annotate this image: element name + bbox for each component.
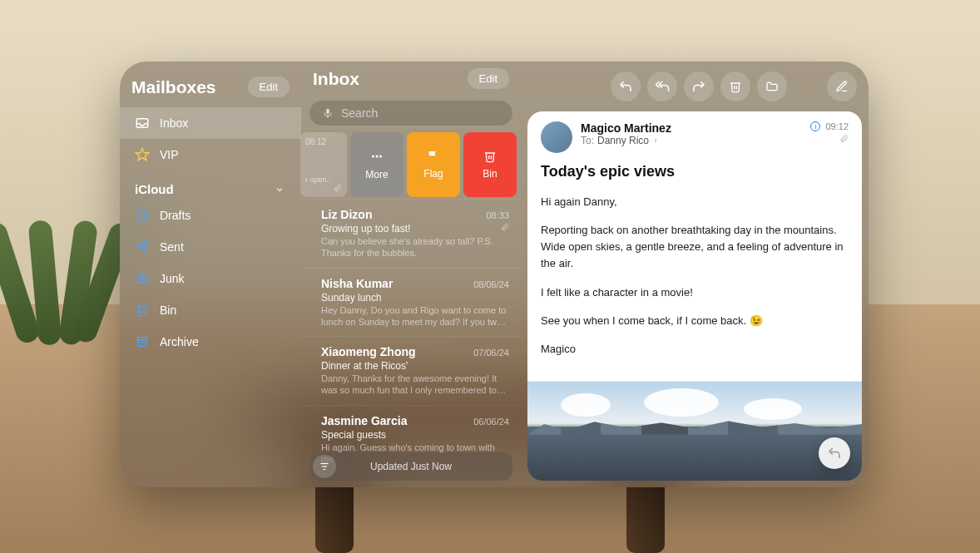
reader-column: Magico Martinez To: Danny Rico i 09:12 — [521, 62, 869, 487]
paperclip-icon — [334, 184, 342, 192]
swiped-message-peek[interactable]: 08:12 r open.. — [300, 132, 347, 197]
swipe-flag-button[interactable]: Flag — [407, 132, 460, 197]
paperclip-icon — [501, 223, 509, 231]
message-subject: Dinner at the Ricos' — [321, 360, 509, 372]
body-paragraph: I felt like a character in a movie! — [541, 284, 849, 301]
compose-button[interactable] — [827, 72, 857, 101]
plane-icon — [135, 239, 150, 254]
trash-button[interactable] — [720, 72, 750, 101]
sidebar-item-label: Sent — [160, 240, 184, 254]
svg-rect-5 — [326, 109, 329, 114]
swiped-message-row: 08:12 r open.. More Flag Bin — [300, 131, 521, 199]
sidebar-section-icloud: iCloud — [135, 182, 174, 196]
sidebar-item-drafts[interactable]: Drafts — [120, 200, 301, 231]
body-paragraph: Reporting back on another breathtaking d… — [541, 222, 849, 272]
reader-pane: Magico Martinez To: Danny Rico i 09:12 — [527, 111, 862, 481]
quick-reply-button[interactable] — [819, 437, 850, 469]
sidebar-item-sent[interactable]: Sent — [120, 231, 301, 263]
trash-icon — [135, 303, 150, 318]
message-time: 08:33 — [486, 210, 509, 220]
message-subject: Sunday lunch — [321, 292, 509, 304]
swipe-more-button[interactable]: More — [350, 132, 403, 197]
inbox-edit-button[interactable]: Edit — [468, 68, 509, 89]
junkbox-icon — [135, 271, 150, 286]
status-bar: Updated Just Now — [309, 452, 512, 481]
sidebar-item-label: Archive — [160, 335, 199, 348]
chevron-right-icon — [652, 137, 659, 144]
message-time: 09:12 — [825, 121, 849, 131]
inbox-title: Inbox — [313, 69, 359, 89]
mailboxes-edit-button[interactable]: Edit — [248, 77, 290, 97]
sidebar-item-junk[interactable]: Junk — [120, 263, 301, 294]
archive-icon — [135, 334, 150, 349]
star-icon — [135, 147, 150, 162]
body-paragraph: See you when I come back, if I come back… — [541, 313, 849, 329]
message-from: Jasmine Garcia — [321, 414, 408, 427]
message-attachment-image[interactable] — [527, 381, 862, 481]
message-time: 07/06/24 — [473, 348, 509, 358]
recipient-row[interactable]: To: Danny Rico — [581, 135, 802, 146]
sidebar-item-label: Bin — [160, 304, 176, 317]
message-toolbar — [611, 72, 857, 101]
message-subject: Growing up too fast! — [321, 223, 509, 235]
message-time: 08/06/24 — [473, 279, 509, 289]
sender-avatar[interactable] — [541, 121, 572, 153]
message-subject: Special guests — [321, 429, 509, 441]
search-field[interactable] — [309, 101, 512, 126]
message-body: Hi again Danny,Reporting back on another… — [527, 189, 862, 381]
svg-point-9 — [379, 156, 382, 158]
message-preview: Can you believe she's already so tall? P… — [321, 235, 509, 259]
filter-button[interactable] — [313, 455, 336, 478]
info-icon[interactable]: i — [810, 121, 820, 131]
sidebar-item-archive[interactable]: Archive — [120, 326, 301, 358]
sidebar-item-vip[interactable]: VIP — [120, 139, 301, 170]
swipe-bin-button[interactable]: Bin — [463, 132, 517, 197]
svg-point-7 — [372, 156, 374, 158]
doc-icon — [135, 208, 150, 223]
paperclip-icon — [839, 134, 849, 143]
sidebar-item-label: Inbox — [160, 116, 188, 130]
status-text: Updated Just Now — [370, 461, 452, 472]
body-paragraph: Hi again Danny, — [541, 194, 849, 210]
sidebar-item-inbox[interactable]: Inbox — [120, 107, 301, 139]
message-from: Liz Dizon — [321, 208, 372, 221]
message-time: 06/06/24 — [473, 417, 509, 427]
svg-point-8 — [376, 156, 379, 158]
sidebar-item-label: VIP — [160, 148, 179, 161]
search-input[interactable] — [341, 106, 501, 120]
sidebar-item-label: Drafts — [160, 209, 191, 222]
message-list: Inbox Edit 08:12 r open.. More — [301, 62, 521, 487]
reply-all-button[interactable] — [647, 72, 677, 101]
tray-icon — [135, 116, 150, 131]
message-row[interactable]: Nisha Kumar08/06/24Sunday lunchHey Danny… — [301, 268, 521, 337]
mail-window: Mailboxes Edit Inbox VIP iCloud Dra — [120, 62, 869, 487]
reply-button[interactable] — [611, 72, 641, 101]
mailboxes-title: Mailboxes — [131, 77, 216, 97]
message-preview: Danny, Thanks for the awesome evening! I… — [321, 373, 509, 397]
svg-marker-1 — [136, 149, 149, 160]
sidebar-item-bin[interactable]: Bin — [120, 294, 301, 326]
body-paragraph: Magico — [541, 341, 849, 358]
message-subject: Today's epic views — [527, 160, 862, 189]
message-from: Xiaomeng Zhong — [321, 345, 416, 358]
message-row[interactable]: Liz Dizon08:33Growing up too fast!Can yo… — [301, 199, 521, 268]
mailboxes-sidebar: Mailboxes Edit Inbox VIP iCloud Dra — [120, 62, 301, 487]
mic-icon — [321, 106, 334, 120]
svg-rect-3 — [137, 338, 147, 340]
message-preview: Hey Danny, Do you and Rigo want to come … — [321, 304, 509, 328]
chevron-down-icon[interactable] — [273, 183, 286, 196]
message-from: Nisha Kumar — [321, 277, 393, 290]
move-button[interactable] — [757, 72, 787, 101]
sender-name: Magico Martinez — [581, 121, 802, 135]
svg-rect-2 — [137, 276, 147, 284]
sidebar-item-label: Junk — [160, 272, 185, 285]
message-row[interactable]: Xiaomeng Zhong07/06/24Dinner at the Rico… — [301, 336, 521, 405]
forward-button[interactable] — [684, 72, 714, 101]
